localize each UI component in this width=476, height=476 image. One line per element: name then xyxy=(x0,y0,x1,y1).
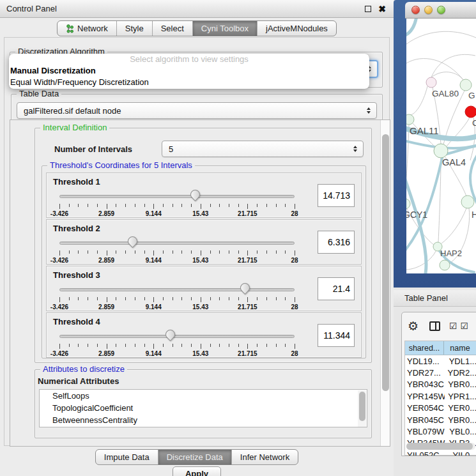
column-header-name[interactable]: name xyxy=(444,341,476,355)
network-node-label[interactable]: GAL80 xyxy=(432,89,459,98)
cell-name: YDR2... xyxy=(444,368,476,378)
slider-track[interactable] xyxy=(59,195,295,198)
tab-impute-data[interactable]: Impute Data xyxy=(96,450,158,464)
tab-network[interactable]: Network xyxy=(58,21,117,36)
checkbox-icon[interactable]: ☑ xyxy=(449,321,457,330)
network-node[interactable] xyxy=(434,144,448,158)
threshold-value-field[interactable]: 11.344 xyxy=(318,324,355,347)
table-header-row: shared... name xyxy=(405,341,476,355)
table-hscroll-thumb[interactable] xyxy=(406,443,473,450)
tab-label: Impute Data xyxy=(104,452,150,462)
slider-tick xyxy=(135,297,135,300)
network-node-label[interactable]: C xyxy=(472,118,476,128)
table-hscrollbar[interactable] xyxy=(406,443,475,450)
gear-icon[interactable]: ⚙ xyxy=(408,320,418,332)
network-node[interactable] xyxy=(461,196,474,208)
slider-tick xyxy=(229,204,229,207)
threshold-slider[interactable]: -3.4262.8599.14415.4321.71528 xyxy=(59,190,295,218)
mac-minimize-icon[interactable] xyxy=(424,6,433,14)
table-row[interactable]: YBR043CYBR0... xyxy=(405,379,476,390)
table-row[interactable]: YDL19...YDL1... xyxy=(405,355,476,367)
threshold-slider[interactable]: -3.4262.8599.14415.4321.71528 xyxy=(59,283,295,311)
split-columns-icon[interactable] xyxy=(429,321,440,331)
threshold-value-field[interactable]: 14.713 xyxy=(318,184,355,207)
slider-tick xyxy=(69,297,70,300)
network-node[interactable] xyxy=(440,260,450,270)
slider-tick xyxy=(181,250,182,254)
tab-style[interactable]: Style xyxy=(117,21,153,36)
table-row[interactable]: YPR145WYPR1... xyxy=(405,390,476,402)
slider-track[interactable] xyxy=(59,288,295,291)
column-header-shared[interactable]: shared... xyxy=(405,341,444,355)
slider-track[interactable] xyxy=(59,335,295,338)
settings-scroll-thumb[interactable] xyxy=(382,134,389,391)
table-data-combobox[interactable]: galFiltered.sif default node xyxy=(17,102,377,119)
network-node-label[interactable]: G xyxy=(468,91,475,100)
network-node-label[interactable]: HAP2 xyxy=(440,249,462,258)
table-row[interactable]: YBL079WYBL0... xyxy=(405,426,476,437)
slider-handle[interactable] xyxy=(125,234,139,248)
network-node[interactable] xyxy=(460,79,472,91)
table-row[interactable]: YIL052CYIL0... xyxy=(405,449,476,456)
tab-infer-network[interactable]: Infer Network xyxy=(232,450,298,464)
slider-tick xyxy=(153,250,154,256)
network-graph[interactable]: GAL80GCGAL11GAL4GCY1HHAP2 xyxy=(406,19,476,273)
interval-definition-group: Interval Definition Number of Intervals … xyxy=(35,128,372,363)
threshold-value-field[interactable]: 21.4 xyxy=(318,277,355,300)
slider-tick xyxy=(144,250,145,254)
slider-tick xyxy=(97,344,98,347)
threshold-value-field[interactable]: 6.316 xyxy=(318,231,355,254)
network-node-label[interactable]: GCY1 xyxy=(406,210,427,220)
mac-zoom-icon[interactable] xyxy=(437,6,445,14)
apply-button[interactable]: Apply xyxy=(173,466,221,476)
slider-handle[interactable] xyxy=(163,328,176,341)
settings-vscrollbar[interactable] xyxy=(380,120,390,446)
tab-select[interactable]: Select xyxy=(153,21,193,36)
threshold-slider[interactable]: -3.4262.8599.14415.4321.71528 xyxy=(59,236,295,265)
table-panel-titlebar: Table Panel xyxy=(394,290,476,307)
network-node-label[interactable]: H xyxy=(472,210,476,220)
network-node[interactable] xyxy=(406,114,414,125)
network-node-label[interactable]: GAL4 xyxy=(442,157,466,167)
table-row[interactable]: YBR045CYBR0... xyxy=(405,414,476,426)
algorithm-option[interactable]: Equal Width/Frequency Discretization xyxy=(9,77,369,88)
network-node-label[interactable]: GAL11 xyxy=(410,125,439,136)
network-node[interactable] xyxy=(426,77,436,88)
slider-handle[interactable] xyxy=(238,281,252,295)
attributes-scroll-thumb[interactable] xyxy=(359,392,365,421)
attribute-list-item[interactable]: SelfLoops xyxy=(40,390,367,402)
threshold-slider[interactable]: -3.4262.8599.14415.4321.71528 xyxy=(59,330,295,358)
network-node[interactable] xyxy=(406,199,410,209)
attribute-list-item[interactable]: TopologicalCoefficient xyxy=(40,402,367,414)
mac-close-icon[interactable] xyxy=(411,6,420,14)
num-intervals-combobox[interactable]: 5 xyxy=(162,141,364,157)
num-intervals-label: Number of Intervals xyxy=(54,144,132,154)
attributes-vscrollbar[interactable] xyxy=(358,390,366,427)
attributes-listbox[interactable]: SelfLoopsTopologicalCoefficientBetweenne… xyxy=(39,389,367,427)
slider-tick xyxy=(97,250,98,254)
table-row[interactable]: YER054CYER0... xyxy=(405,403,476,414)
slider-tick xyxy=(238,344,239,347)
cell-name: YBL0... xyxy=(446,427,476,436)
table-row[interactable]: YDR27...YDR2... xyxy=(405,367,476,378)
network-canvas[interactable]: GAL80GCGAL11GAL4GCY1HHAP2 xyxy=(406,19,476,273)
algorithm-option[interactable]: Manual Discretization xyxy=(9,65,369,77)
thresholds-list: Threshold 1-3.4262.8599.14415.4321.71528… xyxy=(46,173,362,359)
slider-tick xyxy=(135,344,135,347)
cell-shared-name: YDR27... xyxy=(405,368,444,378)
slider-tick xyxy=(219,204,220,207)
close-icon[interactable]: ✖ xyxy=(378,4,386,13)
checkbox-icon[interactable]: ☑ xyxy=(461,321,469,330)
cell-shared-name: YBL079W xyxy=(405,427,446,436)
slider-tick xyxy=(78,250,79,254)
tab-cyni-toolbox[interactable]: Cyni Toolbox xyxy=(193,21,257,36)
tab-jactivemnodules[interactable]: jActiveMNodules xyxy=(257,21,336,36)
float-window-icon[interactable] xyxy=(365,6,371,12)
slider-tick-label: 9.144 xyxy=(146,257,162,264)
attribute-list-item[interactable]: BetweennessCentrality xyxy=(40,414,367,426)
slider-handle[interactable] xyxy=(188,188,202,201)
tab-discretize-data[interactable]: Discretize Data xyxy=(158,450,232,464)
network-node[interactable] xyxy=(465,106,476,118)
slider-track[interactable] xyxy=(59,242,295,245)
slider-tick xyxy=(238,297,239,300)
